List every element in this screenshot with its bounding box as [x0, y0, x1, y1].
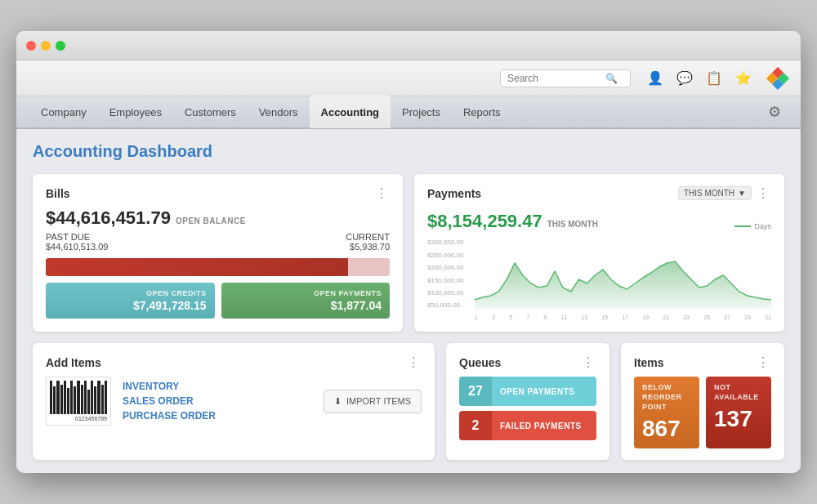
chart-area [475, 239, 771, 309]
add-items-links: INVENTORY SALES ORDER PURCHASE ORDER [123, 381, 216, 421]
minimize-button[interactable] [41, 41, 51, 51]
payments-chart: $300,000.00 $250,000.00 $200,000.00 $150… [427, 239, 771, 320]
list-icon[interactable]: 📋 [703, 67, 725, 90]
current-item: CURRENT $5,938.70 [346, 232, 390, 252]
queues-card-title: Queues [459, 356, 501, 369]
bills-amount: $44,616,451.79 [46, 207, 171, 229]
items-content: BELOW REORDER POINT 867 NOT AVAILABLE 13… [634, 377, 771, 448]
bills-menu-icon[interactable]: ⋮ [375, 185, 390, 201]
payments-this-month-label: THIS MONTH [547, 220, 598, 229]
inventory-link[interactable]: INVENTORY [123, 381, 216, 392]
search-input[interactable] [507, 73, 605, 84]
items-card-title: Items [634, 356, 664, 369]
queues-card-header: Queues ⋮ [459, 355, 596, 370]
sales-order-link[interactable]: SALES ORDER [123, 395, 216, 407]
queue-failed-payments[interactable]: 2 FAILED PAYMENTS [459, 411, 596, 440]
traffic-lights [26, 41, 65, 51]
queue-count-open: 27 [459, 377, 492, 406]
days-legend: Days [734, 222, 771, 230]
bills-progress-bar [46, 258, 390, 276]
toolbar: 🔍 👤 💬 📋 ⭐ [16, 60, 801, 96]
not-available-box[interactable]: NOT AVAILABLE 137 [706, 377, 771, 448]
nav-item-vendors[interactable]: Vendors [248, 96, 310, 128]
bills-card-title: Bills [46, 187, 70, 200]
payments-card-title: Payments [427, 187, 481, 200]
payments-card: Payments THIS MONTH ▼ ⋮ $8,154,259.47 TH… [414, 174, 784, 332]
close-button[interactable] [26, 41, 36, 51]
add-items-title: Add Items [46, 356, 101, 369]
chat-icon[interactable]: 💬 [673, 67, 696, 90]
nav-bar: Company Employees Customers Vendors Acco… [16, 96, 801, 129]
queues-card: Queues ⋮ 27 OPEN PAYMENTS 2 FAILED PAYME… [446, 343, 609, 459]
below-reorder-value: 867 [642, 416, 691, 442]
not-available-value: 137 [714, 406, 763, 432]
bills-amount-row: $44,616,451.79 OPEN BALANCE [46, 207, 390, 229]
queue-count-failed: 2 [459, 411, 492, 440]
bills-progress-pink [348, 258, 390, 276]
page-title: Accounting Dashboard [33, 142, 784, 161]
title-bar [16, 31, 801, 60]
settings-icon[interactable]: ⚙ [761, 99, 788, 125]
bills-bottom-bars: OPEN CREDITS $7,491,728.15 OPEN PAYMENTS… [46, 283, 390, 319]
items-card-header: Items ⋮ [634, 355, 771, 370]
bills-card-header: Bills ⋮ [46, 185, 390, 201]
open-balance-label: OPEN BALANCE [176, 216, 246, 225]
chart-x-labels: 1 3 5 7 9 11 13 15 17 19 21 23 25 27 [475, 314, 771, 320]
barcode-lines [50, 381, 107, 414]
search-box[interactable]: 🔍 [500, 69, 631, 87]
add-items-content: 0123456789 INVENTORY SALES ORDER PURCHAS… [46, 377, 422, 426]
nav-item-company[interactable]: Company [29, 96, 98, 128]
nav-item-employees[interactable]: Employees [98, 96, 173, 128]
nav-item-projects[interactable]: Projects [391, 96, 452, 128]
nav-item-reports[interactable]: Reports [452, 96, 512, 128]
star-icon[interactable]: ⭐ [732, 67, 755, 90]
bills-progress-red [46, 258, 348, 276]
barcode-image: 0123456789 [46, 377, 111, 426]
purchase-order-link[interactable]: PURCHASE ORDER [123, 410, 216, 421]
add-items-menu-icon[interactable]: ⋮ [407, 355, 422, 370]
add-items-card: Add Items ⋮ [33, 343, 435, 459]
items-card: Items ⋮ BELOW REORDER POINT 867 NOT AVAI… [621, 343, 784, 459]
past-due-item: PAST DUE $44,610,513.09 [46, 232, 108, 252]
search-icon: 🔍 [605, 73, 618, 84]
not-available-label: NOT AVAILABLE [714, 383, 763, 402]
add-items-header: Add Items ⋮ [46, 355, 422, 370]
maximize-button[interactable] [56, 41, 65, 51]
nav-item-accounting[interactable]: Accounting [310, 96, 391, 128]
payments-amount-row: $8,154,259.47 THIS MONTH Days [427, 207, 771, 232]
queue-items: 27 OPEN PAYMENTS 2 FAILED PAYMENTS [459, 377, 596, 440]
person-icon[interactable]: 👤 [644, 67, 667, 90]
app-window: 🔍 👤 💬 📋 ⭐ Company Employees Customers Ve… [16, 31, 801, 472]
payments-menu-icon[interactable]: ⋮ [757, 185, 771, 201]
nav-item-customers[interactable]: Customers [173, 96, 248, 128]
bills-card: Bills ⋮ $44,616,451.79 OPEN BALANCE PAST… [33, 174, 403, 332]
open-payments-bar: OPEN PAYMENTS $1,877.04 [221, 283, 391, 319]
items-menu-icon[interactable]: ⋮ [757, 355, 771, 370]
open-credits-bar: OPEN CREDITS $7,491,728.15 [46, 283, 215, 319]
chart-y-labels: $300,000.00 $250,000.00 $200,000.00 $150… [427, 239, 472, 309]
bottom-cards-row: Add Items ⋮ [33, 343, 784, 459]
payments-amount: $8,154,259.47 [427, 211, 542, 232]
queue-label-failed: FAILED PAYMENTS [492, 411, 596, 440]
import-icon: ⬇ [334, 396, 342, 407]
area-chart-svg [475, 239, 771, 309]
app-logo [765, 65, 791, 91]
below-reorder-box[interactable]: BELOW REORDER POINT 867 [634, 377, 699, 448]
top-cards-row: Bills ⋮ $44,616,451.79 OPEN BALANCE PAST… [33, 174, 784, 332]
main-content: Accounting Dashboard Bills ⋮ $44,616,451… [16, 129, 801, 472]
queue-label-open: OPEN PAYMENTS [492, 377, 596, 406]
below-reorder-label: BELOW REORDER POINT [642, 383, 691, 412]
payments-card-header: Payments THIS MONTH ▼ ⋮ [427, 185, 771, 201]
barcode-number: 0123456789 [75, 416, 107, 421]
this-month-selector[interactable]: THIS MONTH ▼ [678, 186, 752, 200]
queue-open-payments[interactable]: 27 OPEN PAYMENTS [459, 377, 596, 406]
import-items-button[interactable]: ⬇ IMPORT ITEMS [324, 390, 422, 413]
queues-menu-icon[interactable]: ⋮ [582, 355, 596, 370]
bills-sub: PAST DUE $44,610,513.09 CURRENT $5,938.7… [46, 232, 390, 252]
